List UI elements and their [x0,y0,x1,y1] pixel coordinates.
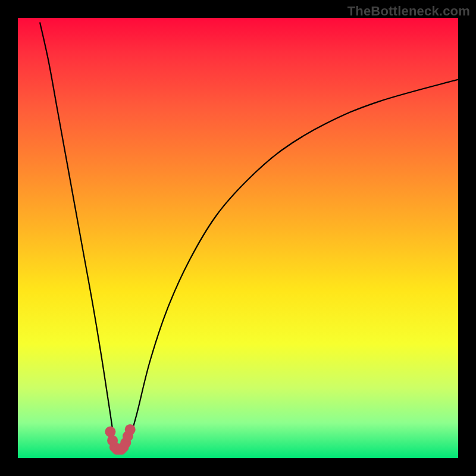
curve-left-branch [40,22,115,444]
curve-group [40,22,458,444]
plot-area [18,18,458,458]
chart-svg [18,18,458,458]
valley-marker-dot [125,424,136,435]
chart-frame: TheBottleneck.com [0,0,476,476]
curve-right-branch [128,80,458,445]
watermark-text: TheBottleneck.com [347,4,470,19]
valley-marker-group [105,424,135,455]
